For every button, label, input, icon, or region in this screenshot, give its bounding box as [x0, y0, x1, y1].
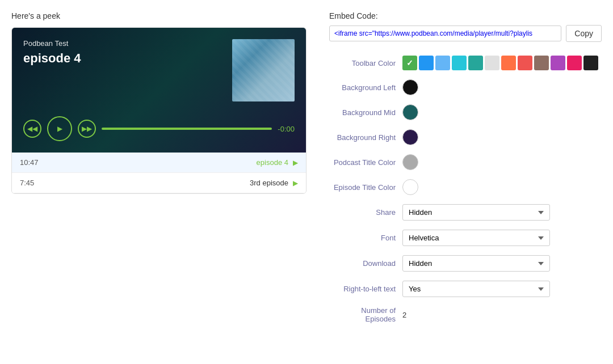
episode-title-color[interactable] — [402, 179, 418, 195]
bg-right-color[interactable] — [402, 129, 418, 145]
font-row: Font HelveticaArialGeorgia — [329, 225, 602, 251]
toolbar-color-swatch[interactable] — [402, 56, 417, 70]
episode-play-icon: ▶ — [293, 159, 298, 167]
bg-right-label: Background Right — [329, 125, 399, 150]
toolbar-color-swatch[interactable] — [468, 56, 483, 70]
player-controls: ◀◀ ▶ ▶▶ -0:00 — [23, 116, 295, 141]
embed-row: <iframe src="https://www.podbean.com/med… — [329, 25, 602, 42]
rtl-label: Right-to-left text — [329, 276, 399, 302]
num-episodes-label: Number of Episodes — [329, 302, 399, 328]
toolbar-color-swatch[interactable] — [583, 56, 598, 70]
prev-button[interactable]: ◀◀ — [23, 120, 41, 138]
episode-title-color-row: Episode Title Color — [329, 175, 602, 200]
episode-item[interactable]: 7:45 3rd episode ▶ — [12, 173, 306, 193]
episode-duration: 10:47 — [20, 158, 48, 167]
podcast-title-color[interactable] — [402, 154, 418, 170]
toolbar-color-row: Toolbar Color — [329, 51, 602, 75]
episode-list: 10:47 episode 4 ▶ 7:45 3rd episode ▶ — [12, 153, 306, 193]
bg-left-row: Background Left — [329, 75, 602, 100]
episode-item[interactable]: 10:47 episode 4 ▶ — [12, 153, 306, 173]
share-label: Share — [329, 200, 399, 225]
toolbar-color-swatches — [399, 51, 602, 75]
player-top: Podbean Test episode 4 — [23, 39, 295, 101]
episode-title-color-label: Episode Title Color — [329, 175, 399, 200]
episode-title: 3rd episode — [48, 179, 288, 187]
toolbar-color-swatch[interactable] — [551, 56, 565, 70]
bg-left-color[interactable] — [402, 79, 418, 95]
download-label: Download — [329, 251, 399, 276]
embed-section: Embed Code: <iframe src="https://www.pod… — [329, 11, 602, 42]
player-wrapper: Podbean Test episode 4 ◀◀ ▶ ▶▶ — [11, 27, 306, 194]
font-select[interactable]: HelveticaArialGeorgia — [402, 230, 550, 246]
rtl-select[interactable]: YesNo — [402, 281, 550, 297]
toolbar-color-swatch[interactable] — [567, 56, 582, 70]
toolbar-color-swatch[interactable] — [534, 56, 549, 70]
copy-button[interactable]: Copy — [566, 25, 602, 42]
toolbar-color-label: Toolbar Color — [329, 51, 399, 75]
embed-input[interactable]: <iframe src="https://www.podbean.com/med… — [329, 26, 561, 41]
bg-mid-row: Background Mid — [329, 100, 602, 125]
progress-bar[interactable] — [102, 128, 272, 130]
podcast-name: Podbean Test — [23, 39, 81, 48]
download-row: Download HiddenVisible — [329, 251, 602, 276]
toolbar-color-swatch[interactable] — [518, 56, 532, 70]
share-select[interactable]: HiddenVisible — [402, 204, 550, 221]
toolbar-color-swatch[interactable] — [501, 56, 516, 70]
left-panel: Here's a peek Podbean Test episode 4 ◀◀ … — [11, 11, 306, 328]
episode-name: episode 4 — [23, 51, 81, 66]
next-icon: ▶▶ — [82, 125, 92, 133]
player-thumbnail — [232, 39, 295, 101]
bg-mid-color[interactable] — [402, 104, 418, 120]
episode-duration: 7:45 — [20, 179, 48, 187]
bg-right-row: Background Right — [329, 125, 602, 150]
player-info: Podbean Test episode 4 — [23, 39, 81, 66]
play-icon: ▶ — [57, 125, 62, 133]
settings-table: Toolbar Color Background Left Background… — [329, 51, 602, 328]
embed-label: Embed Code: — [329, 11, 602, 20]
next-button[interactable]: ▶▶ — [78, 120, 96, 138]
episode-play-icon: ▶ — [293, 179, 298, 187]
toolbar-color-swatch[interactable] — [435, 56, 450, 70]
play-button[interactable]: ▶ — [47, 116, 72, 141]
prev-icon: ◀◀ — [27, 125, 37, 133]
bg-left-label: Background Left — [329, 75, 399, 100]
toolbar-color-swatch[interactable] — [452, 56, 467, 70]
podcast-title-color-row: Podcast Title Color — [329, 150, 602, 175]
rtl-row: Right-to-left text YesNo — [329, 276, 602, 302]
num-episodes-value: 2 — [402, 311, 406, 319]
player-main: Podbean Test episode 4 ◀◀ ▶ ▶▶ — [12, 28, 306, 153]
toolbar-color-swatch[interactable] — [419, 56, 434, 70]
episode-title: episode 4 — [48, 158, 288, 167]
podcast-title-color-label: Podcast Title Color — [329, 150, 399, 175]
time-display: -0:00 — [278, 125, 295, 133]
num-episodes-row: Number of Episodes 2 — [329, 302, 602, 328]
peek-title: Here's a peek — [11, 11, 306, 20]
font-label: Font — [329, 225, 399, 251]
toolbar-color-swatch[interactable] — [485, 56, 499, 70]
right-panel: Embed Code: <iframe src="https://www.pod… — [329, 11, 602, 328]
bg-mid-label: Background Mid — [329, 100, 399, 125]
download-select[interactable]: HiddenVisible — [402, 255, 550, 272]
share-row: Share HiddenVisible — [329, 200, 602, 225]
